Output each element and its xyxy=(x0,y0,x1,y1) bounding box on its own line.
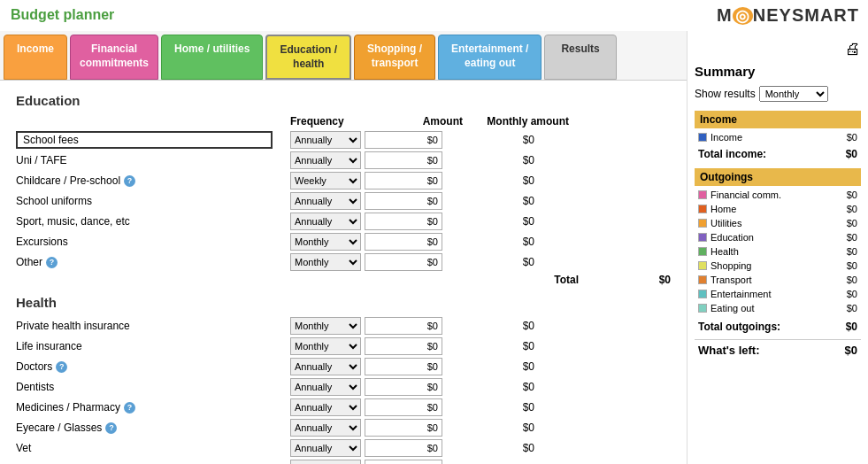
whats-left-value: $0 xyxy=(845,344,857,357)
phi-amount[interactable] xyxy=(365,317,442,335)
monthly-header: Monthly amount xyxy=(463,115,569,128)
whats-left-label: What's left: xyxy=(698,344,760,357)
freq-header: Frequency xyxy=(290,115,374,128)
print-icon[interactable]: 🖨 xyxy=(845,40,861,58)
table-row: Type in your own expense MonthlyWeeklyFo… xyxy=(16,460,671,464)
health-section: Health Private health insurance MonthlyW… xyxy=(16,295,671,464)
total-outgoings-row: Total outgoings: $0 xyxy=(695,318,861,336)
dentists-freq[interactable]: AnnuallyWeeklyFortnightlyMonthly xyxy=(290,378,361,396)
summary-row: Health$0 xyxy=(695,245,861,258)
sport-freq[interactable]: AnnuallyWeeklyFortnightlyMonthly xyxy=(290,213,361,230)
uniforms-amount[interactable] xyxy=(365,192,442,210)
phi-monthly: $0 xyxy=(446,320,534,332)
other-amount[interactable] xyxy=(365,253,442,271)
other-monthly: $0 xyxy=(446,256,534,268)
education-section: Education Frequency Amount Monthly amoun… xyxy=(16,93,671,286)
excursions-amount[interactable] xyxy=(365,233,442,251)
life-freq[interactable]: MonthlyWeeklyFortnightlyAnnually xyxy=(290,337,361,355)
summary-row: Transport$0 xyxy=(695,274,861,286)
show-results-label: Show results xyxy=(695,88,756,100)
vet-freq[interactable]: AnnuallyWeeklyFortnightlyMonthly xyxy=(290,439,361,457)
excursions-freq[interactable]: MonthlyWeeklyFortnightlyAnnually xyxy=(290,233,361,251)
income-section-header: Income xyxy=(695,111,861,128)
medicines-amount[interactable] xyxy=(365,398,442,416)
medicines-help-icon[interactable]: ? xyxy=(124,402,135,414)
table-row: Excursions MonthlyWeeklyFortnightlyAnnua… xyxy=(16,233,671,251)
tab-education[interactable]: Education /health xyxy=(265,35,351,80)
summary-row: Utilities$0 xyxy=(695,217,861,229)
moneysmart-logo: M◎NEYSMART xyxy=(717,5,859,26)
life-amount[interactable] xyxy=(365,337,442,355)
tab-home[interactable]: Home / utilities xyxy=(161,35,263,80)
table-row: School uniforms AnnuallyWeeklyFortnightl… xyxy=(16,192,671,210)
page-title: Budget planner xyxy=(11,7,114,23)
summary-row: Entertainment$0 xyxy=(695,288,861,300)
education-total-value: $0 xyxy=(582,274,671,286)
childcare-amount[interactable] xyxy=(365,172,442,189)
other-freq[interactable]: MonthlyWeeklyFortnightlyAnnually xyxy=(290,253,361,271)
income-color-box xyxy=(698,133,707,142)
table-row: Other ? MonthlyWeeklyFortnightlyAnnually… xyxy=(16,253,671,271)
school-fees-monthly: $0 xyxy=(446,134,534,146)
total-income-row: Total income: $0 xyxy=(695,145,861,163)
school-fees-amount[interactable] xyxy=(365,131,442,149)
table-row: Sport, music, dance, etc AnnuallyWeeklyF… xyxy=(16,213,671,230)
tab-income[interactable]: Income xyxy=(4,35,67,80)
summary-row: Home$0 xyxy=(695,203,861,215)
uni-monthly: $0 xyxy=(446,154,534,166)
table-row: Life insurance MonthlyWeeklyFortnightlyA… xyxy=(16,337,671,355)
total-outgoings-label: Total outgoings: xyxy=(698,321,780,333)
phi-freq[interactable]: MonthlyWeeklyFortnightlyAnnually xyxy=(290,317,361,335)
tab-entertainment[interactable]: Entertainment /eating out xyxy=(438,35,542,80)
dentists-monthly: $0 xyxy=(446,381,534,393)
own-expense-amount[interactable] xyxy=(365,460,442,464)
vet-amount[interactable] xyxy=(365,439,442,457)
table-row: Medicines / Pharmacy ? AnnuallyWeeklyFor… xyxy=(16,398,671,416)
income-row-label: Income xyxy=(711,132,847,143)
eyecare-freq[interactable]: AnnuallyWeeklyFortnightlyMonthly xyxy=(290,419,361,437)
eyecare-amount[interactable] xyxy=(365,419,442,437)
childcare-help-icon[interactable]: ? xyxy=(124,175,135,187)
uni-amount[interactable] xyxy=(365,151,442,169)
summary-row: Education$0 xyxy=(695,231,861,244)
vet-monthly: $0 xyxy=(446,442,534,454)
total-income-value: $0 xyxy=(846,148,857,160)
sport-amount[interactable] xyxy=(365,213,442,230)
uniforms-freq[interactable]: AnnuallyWeeklyFortnightlyMonthly xyxy=(290,192,361,210)
own-expense-freq[interactable]: MonthlyWeeklyFortnightlyAnnually xyxy=(290,460,361,464)
childcare-freq[interactable]: WeeklyAnnuallyFortnightlyMonthly xyxy=(290,172,361,189)
table-row: Eyecare / Glasses ? AnnuallyWeeklyFortni… xyxy=(16,419,671,437)
doctors-help-icon[interactable]: ? xyxy=(56,361,67,373)
show-results-select[interactable]: Weekly Fortnightly Monthly Annually xyxy=(759,86,828,102)
summary-row: Eating out$0 xyxy=(695,302,861,314)
summary-row: Financial comm.$0 xyxy=(695,189,861,201)
uniforms-monthly: $0 xyxy=(446,195,534,207)
tab-financial[interactable]: Financialcommitments xyxy=(70,35,158,80)
table-row: School fees AnnuallyWeeklyFortnightlyMon… xyxy=(16,131,671,149)
medicines-freq[interactable]: AnnuallyWeeklyFortnightlyMonthly xyxy=(290,398,361,416)
table-row: Uni / TAFE AnnuallyWeeklyFortnightlyMont… xyxy=(16,151,671,169)
sport-monthly: $0 xyxy=(446,215,534,228)
childcare-monthly: $0 xyxy=(446,174,534,187)
doctors-amount[interactable] xyxy=(365,358,442,375)
tab-results[interactable]: Results xyxy=(544,35,616,80)
eyecare-monthly: $0 xyxy=(446,421,534,434)
doctors-freq[interactable]: AnnuallyWeeklyFortnightlyMonthly xyxy=(290,358,361,375)
whats-left-row: What's left: $0 xyxy=(695,339,861,360)
tab-shopping[interactable]: Shopping /transport xyxy=(354,35,435,80)
uni-freq[interactable]: AnnuallyWeeklyFortnightlyMonthly xyxy=(290,151,361,169)
total-income-label: Total income: xyxy=(698,148,766,160)
dentists-amount[interactable] xyxy=(365,378,442,396)
life-monthly: $0 xyxy=(446,340,534,352)
other-help-icon[interactable]: ? xyxy=(46,257,58,268)
table-row: Dentists AnnuallyWeeklyFortnightlyMonthl… xyxy=(16,378,671,396)
summary-row: Shopping$0 xyxy=(695,259,861,272)
eyecare-help-icon[interactable]: ? xyxy=(105,422,117,434)
amount-header: Amount xyxy=(374,115,463,128)
excursions-monthly: $0 xyxy=(446,236,534,248)
school-fees-freq[interactable]: AnnuallyWeeklyFortnightlyMonthly xyxy=(290,131,361,149)
total-outgoings-value: $0 xyxy=(846,321,857,333)
table-row: Private health insurance MonthlyWeeklyFo… xyxy=(16,317,671,335)
health-title: Health xyxy=(16,295,671,310)
table-row: Vet AnnuallyWeeklyFortnightlyMonthly $0 xyxy=(16,439,671,457)
